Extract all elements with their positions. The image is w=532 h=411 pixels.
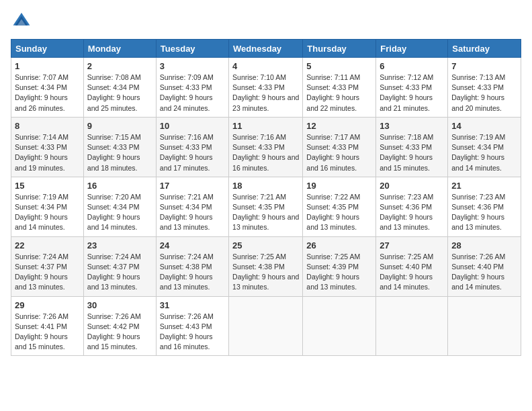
logo [11, 11, 31, 32]
calendar-week-row: 8Sunrise: 7:14 AMSunset: 4:33 PMDaylight… [11, 117, 521, 177]
sunrise-label: Sunrise: 7:14 AM [15, 133, 69, 141]
sunset-label: Sunset: 4:36 PM [380, 203, 432, 211]
day-info: Sunrise: 7:19 AMSunset: 4:34 PMDaylight:… [15, 192, 80, 233]
table-row: 22Sunrise: 7:24 AMSunset: 4:37 PMDayligh… [11, 236, 84, 296]
sunset-label: Sunset: 4:40 PM [451, 263, 504, 271]
sunset-label: Sunset: 4:37 PM [15, 263, 67, 271]
daylight-label: Daylight: 9 hours and 14 minutes. [380, 273, 433, 291]
table-row: 28Sunrise: 7:26 AMSunset: 4:40 PMDayligh… [448, 236, 521, 296]
day-info: Sunrise: 7:19 AMSunset: 4:34 PMDaylight:… [451, 132, 517, 173]
table-row: 4Sunrise: 7:10 AMSunset: 4:33 PMDaylight… [229, 58, 303, 118]
day-number: 9 [87, 121, 152, 131]
daylight-label: Daylight: 9 hours and 14 minutes. [451, 273, 504, 291]
daylight-label: Daylight: 9 hours and 26 minutes. [15, 93, 68, 111]
header-monday: Monday [83, 40, 156, 58]
sunrise-label: Sunrise: 7:21 AM [160, 193, 214, 201]
sunset-label: Sunset: 4:35 PM [232, 203, 285, 211]
daylight-label: Daylight: 9 hours and 15 minutes. [380, 153, 433, 171]
day-info: Sunrise: 7:17 AMSunset: 4:33 PMDaylight:… [306, 132, 372, 173]
sunset-label: Sunset: 4:43 PM [160, 322, 212, 330]
day-number: 2 [87, 61, 152, 71]
sunset-label: Sunset: 4:34 PM [87, 203, 140, 211]
sunrise-label: Sunrise: 7:10 AM [232, 73, 286, 81]
sunset-label: Sunset: 4:42 PM [87, 322, 140, 330]
table-row: 21Sunrise: 7:23 AMSunset: 4:36 PMDayligh… [448, 177, 521, 236]
sunrise-label: Sunrise: 7:12 AM [380, 73, 433, 81]
daylight-label: Daylight: 9 hours and 17 minutes. [160, 153, 213, 171]
daylight-label: Daylight: 9 hours and 14 minutes. [15, 213, 68, 231]
day-number: 17 [160, 181, 225, 191]
daylight-label: Daylight: 9 hours and 13 minutes. [160, 273, 213, 291]
sunrise-label: Sunrise: 7:16 AM [232, 133, 286, 141]
sunrise-label: Sunrise: 7:23 AM [380, 193, 433, 201]
day-info: Sunrise: 7:25 AMSunset: 4:39 PMDaylight:… [306, 252, 372, 293]
daylight-label: Daylight: 9 hours and 13 minutes. [306, 273, 359, 291]
sunset-label: Sunset: 4:33 PM [87, 143, 140, 151]
day-number: 11 [232, 121, 299, 131]
daylight-label: Daylight: 9 hours and 14 minutes. [451, 153, 504, 171]
sunset-label: Sunset: 4:33 PM [160, 83, 212, 91]
sunset-label: Sunset: 4:40 PM [380, 263, 432, 271]
day-number: 14 [451, 121, 517, 131]
sunrise-label: Sunrise: 7:17 AM [306, 133, 360, 141]
daylight-label: Daylight: 9 hours and 13 minutes. [15, 273, 68, 291]
sunset-label: Sunset: 4:34 PM [15, 203, 67, 211]
daylight-label: Daylight: 9 hours and 16 minutes. [232, 153, 299, 171]
sunrise-label: Sunrise: 7:25 AM [380, 253, 433, 261]
day-info: Sunrise: 7:15 AMSunset: 4:33 PMDaylight:… [87, 132, 152, 173]
daylight-label: Daylight: 9 hours and 18 minutes. [87, 153, 140, 171]
day-info: Sunrise: 7:26 AMSunset: 4:43 PMDaylight:… [160, 312, 225, 353]
day-number: 8 [15, 121, 80, 131]
sunrise-label: Sunrise: 7:25 AM [306, 253, 360, 261]
sunset-label: Sunset: 4:33 PM [306, 83, 359, 91]
table-row: 25Sunrise: 7:25 AMSunset: 4:38 PMDayligh… [229, 236, 303, 296]
table-row: 29Sunrise: 7:26 AMSunset: 4:41 PMDayligh… [11, 296, 84, 356]
header-thursday: Thursday [303, 40, 376, 58]
day-number: 21 [451, 181, 517, 191]
day-number: 26 [306, 240, 372, 250]
daylight-label: Daylight: 9 hours and 13 minutes. [232, 273, 299, 291]
calendar-week-row: 1Sunrise: 7:07 AMSunset: 4:34 PMDaylight… [11, 58, 521, 118]
table-row: 15Sunrise: 7:19 AMSunset: 4:34 PMDayligh… [11, 177, 84, 236]
table-row: 11Sunrise: 7:16 AMSunset: 4:33 PMDayligh… [229, 117, 303, 177]
sunset-label: Sunset: 4:33 PM [451, 83, 504, 91]
day-number: 20 [380, 181, 444, 191]
day-info: Sunrise: 7:26 AMSunset: 4:42 PMDaylight:… [87, 312, 152, 353]
day-info: Sunrise: 7:20 AMSunset: 4:34 PMDaylight:… [87, 192, 152, 233]
day-info: Sunrise: 7:08 AMSunset: 4:34 PMDaylight:… [87, 73, 152, 113]
table-row: 20Sunrise: 7:23 AMSunset: 4:36 PMDayligh… [376, 177, 448, 236]
daylight-label: Daylight: 9 hours and 16 minutes. [160, 332, 213, 351]
sunrise-label: Sunrise: 7:24 AM [15, 253, 69, 261]
header-friday: Friday [376, 40, 448, 58]
sunset-label: Sunset: 4:34 PM [15, 83, 67, 91]
header [11, 11, 521, 32]
sunrise-label: Sunrise: 7:26 AM [160, 312, 214, 320]
sunrise-label: Sunrise: 7:22 AM [306, 193, 360, 201]
sunrise-label: Sunrise: 7:18 AM [380, 133, 433, 141]
daylight-label: Daylight: 9 hours and 13 minutes. [380, 213, 433, 231]
day-number: 27 [380, 240, 444, 250]
table-row: 10Sunrise: 7:16 AMSunset: 4:33 PMDayligh… [156, 117, 228, 177]
sunset-label: Sunset: 4:33 PM [306, 143, 359, 151]
day-number: 15 [15, 181, 80, 191]
day-info: Sunrise: 7:21 AMSunset: 4:34 PMDaylight:… [160, 192, 225, 233]
daylight-label: Daylight: 9 hours and 20 minutes. [451, 93, 504, 111]
table-row: 5Sunrise: 7:11 AMSunset: 4:33 PMDaylight… [303, 58, 376, 118]
day-info: Sunrise: 7:09 AMSunset: 4:33 PMDaylight:… [160, 73, 225, 113]
table-row: 31Sunrise: 7:26 AMSunset: 4:43 PMDayligh… [156, 296, 228, 356]
sunrise-label: Sunrise: 7:16 AM [160, 133, 214, 141]
sunset-label: Sunset: 4:33 PM [160, 143, 212, 151]
header-tuesday: Tuesday [156, 40, 228, 58]
daylight-label: Daylight: 9 hours and 24 minutes. [160, 93, 213, 111]
header-saturday: Saturday [448, 40, 521, 58]
day-number: 12 [306, 121, 372, 131]
day-info: Sunrise: 7:10 AMSunset: 4:33 PMDaylight:… [232, 73, 299, 113]
sunset-label: Sunset: 4:34 PM [451, 143, 504, 151]
day-number: 6 [380, 61, 444, 71]
day-number: 5 [306, 61, 372, 71]
sunset-label: Sunset: 4:35 PM [306, 203, 359, 211]
sunset-label: Sunset: 4:34 PM [160, 203, 212, 211]
daylight-label: Daylight: 9 hours and 23 minutes. [232, 93, 299, 111]
day-info: Sunrise: 7:11 AMSunset: 4:33 PMDaylight:… [306, 73, 372, 113]
sunrise-label: Sunrise: 7:23 AM [451, 193, 505, 201]
